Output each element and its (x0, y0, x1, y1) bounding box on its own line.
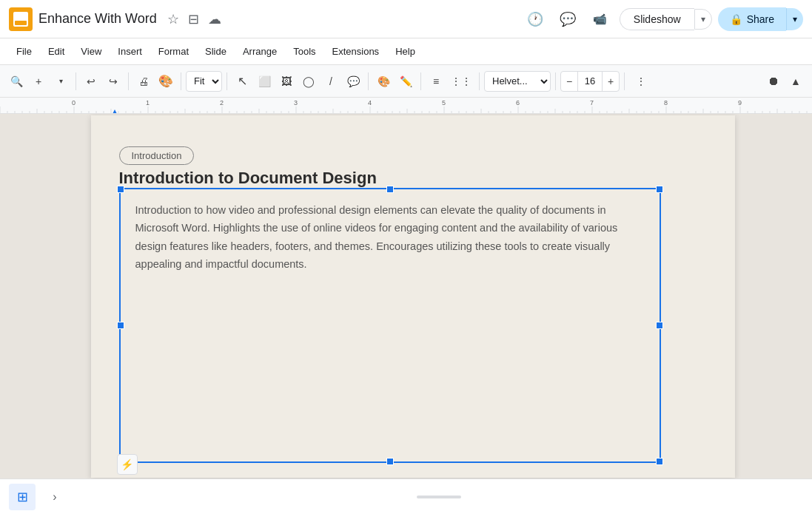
menu-help[interactable]: Help (388, 43, 423, 60)
cloud-save-icon[interactable]: ☁ (207, 10, 223, 29)
slide-container[interactable]: Introduction Introduction to Document De… (13, 114, 812, 479)
document-title: Enhance With Word (38, 11, 157, 27)
history-button[interactable]: 🕐 (522, 6, 548, 33)
line-button[interactable]: / (321, 71, 341, 92)
redo-button[interactable]: ↪ (103, 71, 124, 92)
fill-color-button[interactable]: 🎨 (373, 71, 394, 92)
more-options-button[interactable]: ⋮ (631, 71, 651, 92)
slideshow-button[interactable]: Slideshow (620, 8, 694, 30)
zoom-in-button[interactable]: ▾ (50, 71, 71, 92)
menu-edit[interactable]: Edit (41, 43, 72, 60)
record-button[interactable]: ⏺ (763, 71, 784, 92)
bottom-bar: ⊞ › (0, 479, 812, 514)
resize-handle-top-left[interactable] (117, 186, 124, 193)
menu-extensions[interactable]: Extensions (325, 43, 387, 60)
text-box-content: Introduction to how video and profession… (121, 189, 660, 286)
image-button[interactable]: 🖼 (276, 71, 297, 92)
app-icon (9, 7, 33, 31)
menu-arrange[interactable]: Arrange (235, 43, 284, 60)
line-color-button[interactable]: ✏️ (395, 71, 416, 92)
share-button[interactable]: 🔒 Share (718, 7, 786, 31)
share-button-label: Share (747, 13, 774, 25)
slide[interactable]: Introduction Introduction to Document De… (91, 115, 735, 478)
font-size-increase-button[interactable]: + (603, 72, 619, 91)
comments-button[interactable]: 💬 (554, 6, 581, 33)
share-button-group: 🔒 Share ▾ (718, 7, 803, 31)
expand-panel-button[interactable]: › (41, 484, 68, 510)
font-size-input[interactable] (577, 72, 603, 91)
slideshow-dropdown-button[interactable]: ▾ (694, 9, 712, 30)
lock-icon: 🔒 (730, 13, 742, 25)
resize-handle-bottom-center[interactable] (386, 458, 394, 465)
share-dropdown-button[interactable]: ▾ (786, 8, 803, 30)
menu-format[interactable]: Format (151, 43, 196, 60)
toolbar-divider-6 (420, 72, 421, 90)
font-size-control: − + (560, 71, 620, 92)
accessibility-icon[interactable]: ⚡ (117, 454, 138, 475)
resize-handle-middle-right[interactable] (656, 322, 663, 329)
zoom-select[interactable]: Fit (186, 71, 222, 92)
line-spacing-button[interactable]: ≡ (426, 71, 446, 92)
title-bar: Enhance With Word ☆ ⊟ ☁ 🕐 💬 📹 Slideshow … (0, 0, 812, 38)
menu-file[interactable]: File (9, 43, 39, 60)
toolbar-divider-8 (555, 72, 556, 90)
menu-slide[interactable]: Slide (198, 43, 234, 60)
toolbar-divider-5 (368, 72, 369, 90)
toolbar: 🔍 + ▾ ↩ ↪ 🖨 🎨 Fit ↖ ⬜ 🖼 ◯ / 💬 🎨 ✏️ ≡ ⋮⋮ … (0, 65, 812, 98)
shapes-button[interactable]: ◯ (298, 71, 319, 92)
scroll-indicator (417, 496, 461, 498)
toolbar-divider-1 (76, 72, 76, 90)
resize-handle-bottom-right[interactable] (656, 458, 663, 465)
cursor-button[interactable]: ↖ (232, 71, 252, 92)
font-size-decrease-button[interactable]: − (561, 72, 577, 91)
title-bar-right: 🕐 💬 📹 Slideshow ▾ 🔒 Share ▾ (522, 6, 803, 33)
resize-handle-top-right[interactable] (656, 186, 663, 193)
ruler (0, 98, 812, 114)
search-button[interactable]: 🔍 (6, 71, 27, 92)
resize-handle-middle-left[interactable] (117, 322, 124, 329)
menu-tools[interactable]: Tools (286, 43, 323, 60)
toolbar-divider-4 (227, 72, 227, 90)
resize-handle-top-center[interactable] (386, 186, 394, 193)
font-select[interactable]: Helvet... (484, 71, 551, 92)
slideshow-button-group: Slideshow ▾ (620, 8, 712, 30)
collapse-toolbar-button[interactable]: ▲ (785, 71, 806, 92)
toolbar-divider-2 (128, 72, 129, 90)
menu-view[interactable]: View (73, 43, 109, 60)
comment-button[interactable]: 💬 (343, 71, 363, 92)
menu-bar: File Edit View Insert Format Slide Arran… (0, 38, 812, 65)
main-area: Introduction Introduction to Document De… (0, 114, 812, 479)
star-icon[interactable]: ☆ (166, 10, 181, 29)
print-button[interactable]: 🖨 (133, 71, 154, 92)
left-margin-indicator (0, 114, 13, 479)
text-box[interactable]: Introduction to how video and profession… (119, 188, 661, 463)
zoom-out-button[interactable]: + (28, 71, 49, 92)
columns-button[interactable]: ⋮⋮ (448, 71, 474, 92)
text-select-button[interactable]: ⬜ (254, 71, 275, 92)
menu-insert[interactable]: Insert (110, 43, 150, 60)
camera-button[interactable]: 📹 (587, 6, 614, 33)
toolbar-divider-7 (479, 72, 480, 90)
grid-view-button[interactable]: ⊞ (9, 484, 36, 510)
grid-icon: ⊞ (17, 489, 28, 505)
toolbar-divider-9 (624, 72, 625, 90)
section-badge: Introduction (119, 146, 195, 165)
undo-button[interactable]: ↩ (81, 71, 101, 92)
slide-title: Introduction to Document Design (119, 169, 377, 188)
paint-format-button[interactable]: 🎨 (155, 71, 176, 92)
versions-icon[interactable]: ⊟ (187, 10, 201, 29)
app-icon-graphic (13, 12, 28, 27)
toolbar-divider-3 (181, 72, 181, 90)
